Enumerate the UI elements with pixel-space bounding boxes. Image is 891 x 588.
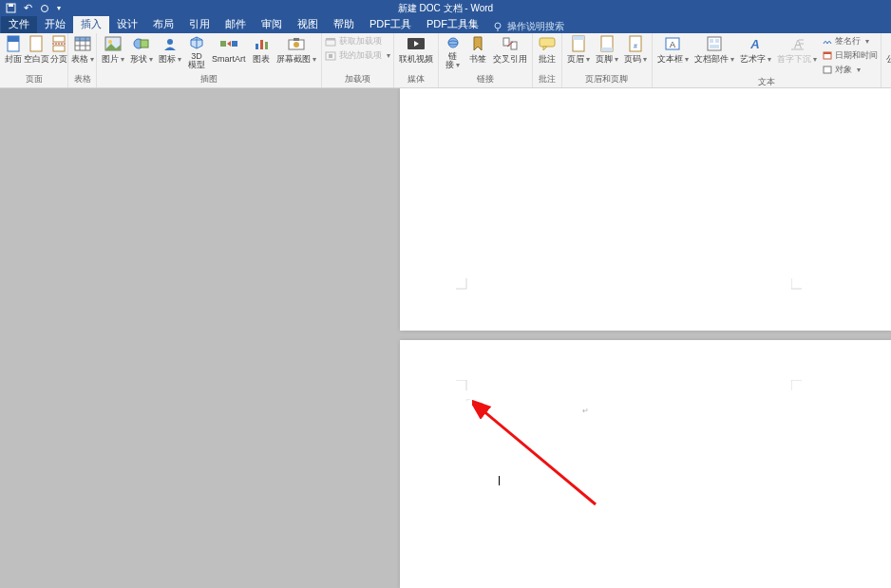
icons-icon (161, 35, 180, 52)
textbox-button[interactable]: A 文本框▾ (655, 35, 691, 65)
document-page-2[interactable]: ⌐ ↵ (400, 340, 891, 588)
picture-button[interactable]: 图片▾ (100, 35, 126, 65)
wordart-icon: A (746, 35, 765, 52)
svg-rect-6 (8, 36, 19, 42)
text-cursor (499, 476, 500, 485)
datetime-button[interactable]: 日期和时间 (823, 49, 878, 62)
tab-review[interactable]: 审阅 (254, 15, 290, 33)
ribbon-tabs: 文件 开始 插入 设计 布局 引用 邮件 审阅 视图 帮助 PDF工具 PDF工… (0, 16, 891, 33)
group-pages-label: 页面 (3, 73, 65, 87)
tab-references[interactable]: 引用 (181, 15, 218, 33)
3d-model-button[interactable]: 3D模型 (185, 35, 208, 69)
3d-model-label: 3D模型 (188, 52, 205, 69)
picture-icon (104, 35, 123, 52)
group-headerfooter-label: 页眉和页脚 (565, 73, 649, 87)
equation-button[interactable]: π 公式▾ (884, 35, 891, 65)
crossref-label: 交叉引用 (493, 54, 527, 64)
table-button[interactable]: 表格▾ (71, 35, 93, 65)
undo-icon[interactable]: ↶ (24, 2, 32, 14)
crossref-button[interactable]: 交叉引用 (491, 35, 529, 64)
bookmark-button[interactable]: 书签 (466, 35, 489, 64)
quickparts-label: 文档部件 (694, 54, 729, 64)
object-button[interactable]: 对象▾ (823, 64, 878, 76)
document-page-1[interactable] (400, 88, 891, 331)
calendar-icon (823, 51, 832, 60)
cursor-position: ⌐ (466, 395, 471, 404)
tab-help[interactable]: 帮助 (326, 15, 362, 33)
group-addins-label: 加载项 (325, 73, 390, 87)
pagenum-button[interactable]: # 页码▾ (622, 35, 649, 65)
screenshot-button[interactable]: 屏幕截图▾ (275, 35, 318, 65)
svg-rect-33 (294, 38, 299, 41)
tab-pdfset[interactable]: PDF工具集 (419, 15, 486, 33)
online-video-button[interactable]: 联机视频 (397, 35, 435, 64)
comment-button[interactable]: 批注 (536, 35, 559, 64)
smartart-label: SmartArt (212, 54, 246, 64)
group-symbols: π 公式▾ Ω 符号▾ 12 编号 符号 (882, 33, 891, 87)
svg-rect-8 (53, 36, 65, 42)
tab-pdftools[interactable]: PDF工具 (362, 15, 419, 33)
tab-view[interactable]: 视图 (290, 15, 326, 33)
qat-more-icon[interactable]: ▾ (57, 4, 61, 12)
object-label: 对象 (835, 64, 852, 76)
tell-me-search[interactable]: 操作说明搜索 (492, 20, 564, 33)
svg-point-21 (167, 39, 173, 45)
document-workspace[interactable]: ⌐ ↵ (0, 88, 891, 588)
group-tables-label: 表格 (71, 73, 93, 87)
group-addins: 获取加载项 我的加载项▾ 加载项 (322, 33, 394, 87)
svg-rect-58 (710, 45, 719, 48)
icons-button[interactable]: 图标▾ (157, 35, 183, 65)
window-title: 新建 DOC 文档 - Word (398, 2, 493, 15)
chart-button[interactable]: 图表 (250, 35, 273, 64)
bookmark-icon (468, 35, 487, 52)
save-icon[interactable] (6, 3, 16, 13)
svg-rect-56 (710, 39, 713, 43)
shapes-button[interactable]: 形状▾ (128, 35, 155, 65)
tab-file[interactable]: 文件 (1, 15, 37, 33)
group-pages: 封面 空白页 分页 页面 (0, 33, 68, 87)
get-addins-button[interactable]: 获取加载项 (325, 35, 390, 47)
group-media-label: 媒体 (397, 73, 435, 87)
svg-rect-50 (601, 47, 613, 51)
tab-home[interactable]: 开始 (37, 15, 73, 33)
svg-point-3 (495, 23, 501, 28)
group-comments-label: 批注 (536, 73, 559, 87)
footer-button[interactable]: 页脚▾ (594, 35, 620, 65)
group-media: 联机视频 媒体 (394, 33, 439, 87)
cover-page-button[interactable]: 封面 (3, 35, 24, 64)
group-symbols-label: 符号 (884, 73, 891, 87)
tab-mailings[interactable]: 邮件 (218, 15, 254, 33)
smartart-icon (219, 35, 238, 52)
tab-design[interactable]: 设计 (109, 15, 145, 33)
wordart-button[interactable]: A 艺术字▾ (738, 35, 773, 65)
dropcap-button[interactable]: A 首字下沉▾ (775, 35, 819, 65)
header-button[interactable]: 页眉▾ (565, 35, 592, 65)
quickparts-button[interactable]: 文档部件▾ (692, 35, 736, 65)
svg-rect-34 (326, 40, 335, 46)
signature-line-button[interactable]: 签名行▾ (823, 35, 878, 47)
footer-icon (597, 35, 616, 52)
page-break-button[interactable]: 分页 (48, 35, 69, 64)
my-addins-button[interactable]: 我的加载项▾ (325, 49, 390, 62)
svg-point-18 (108, 40, 112, 44)
smartart-button[interactable]: SmartArt (210, 35, 248, 64)
svg-rect-29 (260, 40, 263, 49)
my-addins-label: 我的加载项 (339, 49, 382, 62)
svg-text:A: A (670, 40, 675, 49)
signature-line-label: 签名行 (835, 35, 861, 47)
redo-icon[interactable] (40, 4, 49, 13)
tab-layout[interactable]: 布局 (145, 15, 181, 33)
svg-rect-57 (715, 39, 719, 43)
svg-rect-28 (256, 44, 258, 49)
tab-insert[interactable]: 插入 (73, 15, 109, 33)
svg-rect-35 (326, 38, 335, 40)
ribbon: 封面 空白页 分页 页面 表格▾ 表格 图片▾ (0, 33, 891, 88)
cover-page-icon (4, 35, 23, 52)
link-button[interactable]: 链接▾ (442, 35, 464, 69)
quickparts-icon (705, 35, 724, 52)
svg-marker-27 (227, 41, 231, 47)
blank-page-button[interactable]: 空白页 (26, 35, 47, 64)
comment-icon (538, 35, 557, 52)
header-label: 页眉 (567, 54, 584, 64)
chart-label: 图表 (253, 54, 270, 64)
